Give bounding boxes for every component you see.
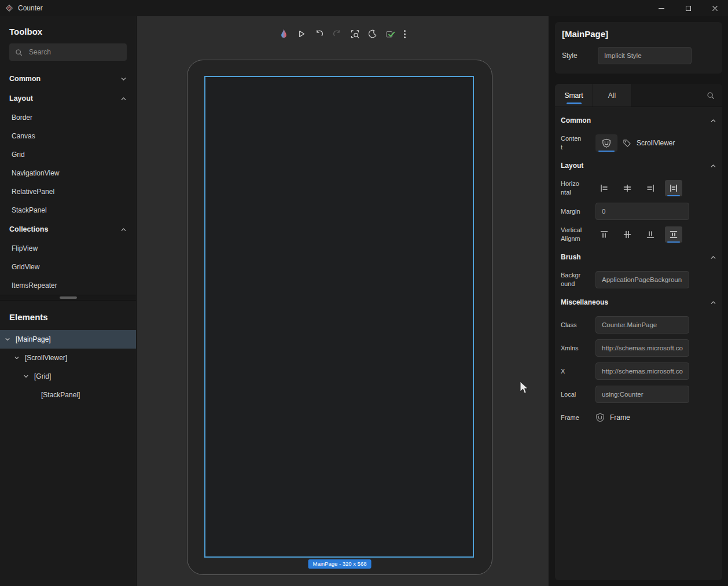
content-value[interactable]: ScrollViewer xyxy=(637,139,675,147)
tree-item-label: [MainPage] xyxy=(16,335,51,343)
section-label: Miscellaneous xyxy=(561,298,608,306)
class-input[interactable] xyxy=(595,316,689,334)
toolbox-item-grid[interactable]: Grid xyxy=(0,145,136,164)
chevron-down-icon xyxy=(23,373,30,379)
horizontal-alignment-row: Horizo ntal xyxy=(561,177,716,200)
align-horizontal-center-button[interactable] xyxy=(619,180,636,196)
properties-search-button[interactable] xyxy=(699,84,722,107)
section-common[interactable]: Common xyxy=(561,109,716,131)
redo-icon[interactable] xyxy=(333,30,342,39)
x-label: X xyxy=(561,367,591,376)
align-vertical-center-button[interactable] xyxy=(619,226,636,243)
inspector-header-card: [MainPage] Style xyxy=(555,22,722,74)
toolbox-item-canvas[interactable]: Canvas xyxy=(0,127,136,145)
maximize-button[interactable] xyxy=(675,0,701,16)
content-property-row: Conten t ScrollViewer xyxy=(561,131,716,155)
search-icon xyxy=(15,49,23,56)
toolbox-section-common[interactable]: Common xyxy=(0,69,136,89)
frame-value[interactable]: Frame xyxy=(610,413,630,422)
align-horizontal-right-button[interactable] xyxy=(642,180,659,196)
toolbox-item-stackpanel[interactable]: StackPanel xyxy=(0,201,136,219)
minimize-button[interactable] xyxy=(648,0,675,16)
maximize-icon xyxy=(686,6,691,11)
x-row: X xyxy=(561,360,716,383)
toolbox-section-collections[interactable]: Collections xyxy=(0,219,136,239)
toolbox-item-navigationview[interactable]: NavigationView xyxy=(0,164,136,182)
tree-item-stackpanel[interactable]: [StackPanel] xyxy=(0,386,136,404)
frame-label: Frame xyxy=(561,413,591,422)
chevron-up-icon xyxy=(120,96,127,102)
toolbox-item-flipview[interactable]: FlipView xyxy=(0,239,136,258)
align-vertical-top-button[interactable] xyxy=(595,226,613,243)
tree-item-label: [StackPanel] xyxy=(41,391,80,399)
align-horizontal-left-button[interactable] xyxy=(595,180,613,196)
toolbox-item-relativepanel[interactable]: RelativePanel xyxy=(0,182,136,201)
panel-splitter[interactable] xyxy=(0,295,136,301)
xmlns-row: Xmlns xyxy=(561,336,716,360)
search-icon xyxy=(707,91,715,100)
toolbox-search-input[interactable] xyxy=(28,47,121,57)
inspector-tabs: Smart All xyxy=(555,84,722,107)
vertical-alignment-row: Vertical Alignm xyxy=(561,223,716,246)
validation-check-icon[interactable] xyxy=(386,30,395,39)
section-layout[interactable]: Layout xyxy=(561,155,716,177)
play-icon[interactable] xyxy=(297,30,306,38)
hot-design-flame-icon[interactable] xyxy=(280,28,289,39)
section-brush[interactable]: Brush xyxy=(561,246,716,268)
vertical-alignment-label: Vertical Alignm xyxy=(561,226,591,243)
align-horizontal-stretch-button[interactable] xyxy=(665,180,682,196)
elements-title: Elements xyxy=(0,301,136,330)
close-icon xyxy=(712,5,718,12)
toolbox-section-layout[interactable]: Layout xyxy=(0,89,136,108)
tree-item-grid[interactable]: [Grid] xyxy=(0,367,136,386)
chevron-down-icon xyxy=(14,355,21,361)
local-input[interactable] xyxy=(595,386,689,403)
undo-icon[interactable] xyxy=(315,30,324,39)
toolbox-search[interactable] xyxy=(9,43,127,61)
close-button[interactable] xyxy=(701,0,728,16)
section-label: Common xyxy=(561,116,591,124)
zoom-selection-icon[interactable] xyxy=(351,30,360,39)
xmlns-label: Xmlns xyxy=(561,344,591,353)
content-element-button[interactable] xyxy=(595,134,617,152)
toolbox-item-gridview[interactable]: GridView xyxy=(0,258,136,276)
window-title: Counter xyxy=(18,4,43,12)
device-frame: MainPage - 320 x 568 xyxy=(187,60,492,575)
xmlns-input[interactable] xyxy=(595,339,689,357)
toolbox-item-border[interactable]: Border xyxy=(0,108,136,127)
align-vertical-stretch-button[interactable] xyxy=(665,226,682,243)
x-input[interactable] xyxy=(595,362,689,380)
tag-icon[interactable] xyxy=(623,139,631,148)
section-miscellaneous[interactable]: Miscellaneous xyxy=(561,291,716,313)
section-label: Layout xyxy=(9,94,33,102)
chevron-up-icon xyxy=(120,226,127,233)
tree-item-label: [Grid] xyxy=(34,372,51,380)
section-label: Layout xyxy=(561,162,583,170)
tree-item-scrollviewer[interactable]: [ScrollViewer] xyxy=(0,349,136,367)
tab-all[interactable]: All xyxy=(593,84,631,107)
splitter-grip-icon xyxy=(60,296,77,299)
chevron-up-icon xyxy=(710,299,716,306)
left-sidebar: Toolbox Common Layout Border Canvas Grid… xyxy=(0,16,137,586)
uno-logo-icon xyxy=(595,413,605,422)
background-row: Backgr ound xyxy=(561,268,716,291)
chevron-up-icon xyxy=(710,254,716,261)
more-options-icon[interactable] xyxy=(404,30,406,39)
mouse-cursor-icon xyxy=(519,381,530,395)
tab-smart[interactable]: Smart xyxy=(555,84,593,107)
horizontal-alignment-label: Horizo ntal xyxy=(561,180,591,197)
margin-row: Margin xyxy=(561,200,716,223)
tree-item-mainpage[interactable]: [MainPage] xyxy=(0,330,136,349)
align-vertical-bottom-button[interactable] xyxy=(642,226,659,243)
mainpage-design-surface[interactable] xyxy=(204,76,474,558)
theme-toggle-icon[interactable] xyxy=(369,30,377,38)
property-inspector: [MainPage] Style Smart All Common xyxy=(549,16,728,586)
style-input[interactable] xyxy=(598,47,692,64)
background-input[interactable] xyxy=(595,271,689,288)
background-label: Backgr ound xyxy=(561,271,591,288)
toolbox-item-itemsrepeater[interactable]: ItemsRepeater xyxy=(0,276,136,295)
margin-input[interactable] xyxy=(595,203,689,220)
chevron-up-icon xyxy=(710,118,716,124)
toolbox-title: Toolbox xyxy=(0,16,136,43)
page-size-badge: MainPage - 320 x 568 xyxy=(308,559,372,569)
